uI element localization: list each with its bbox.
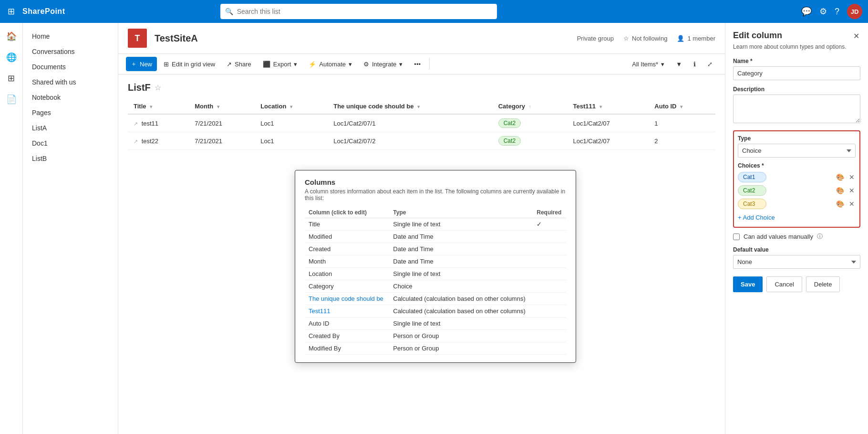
search-input[interactable]	[237, 8, 492, 15]
col-name-created[interactable]: Created	[305, 243, 389, 255]
col-type-modified: Date and Time	[389, 231, 533, 243]
col-name-title[interactable]: Title	[305, 218, 389, 231]
col-type-title: Single line of text	[389, 218, 533, 231]
automate-button[interactable]: ⚡ Automate ▾	[304, 58, 357, 71]
all-items-button[interactable]: All Items* ▾	[627, 58, 669, 71]
col-required-created-by	[533, 330, 566, 342]
col-name-month[interactable]: Month	[305, 255, 389, 268]
col-type-modified-by: Person or Group	[389, 342, 533, 355]
more-button[interactable]: •••	[409, 58, 425, 71]
columns-table: Column (click to edit) Type Required Tit…	[305, 207, 566, 355]
share-icon: ↗	[227, 61, 232, 68]
col-name-category[interactable]: Category	[305, 280, 389, 293]
row1-title[interactable]: ↗ test11	[128, 114, 189, 132]
col-type-created-by: Person or Group	[389, 330, 533, 342]
col-required-modified	[533, 231, 566, 243]
list-star-icon[interactable]: ☆	[155, 83, 161, 92]
sidebar-item-pages[interactable]: Pages	[23, 105, 118, 120]
rail-home-icon[interactable]: 🏠	[2, 27, 21, 46]
col-name-unique[interactable]: The unique code should be	[305, 293, 389, 305]
settings-icon[interactable]: ⚙	[819, 6, 827, 17]
can-add-checkbox[interactable]	[733, 233, 740, 240]
description-textarea[interactable]	[733, 95, 860, 123]
col-name-auto-id[interactable]: Auto ID	[305, 318, 389, 330]
col-unique-code[interactable]: The unique code should be ▾	[328, 99, 492, 114]
sidebar-item-doc1[interactable]: Doc1	[23, 136, 118, 151]
sort-unique-icon: ▾	[417, 104, 420, 109]
choice-cat1-color-btn[interactable]: 🎨	[835, 172, 845, 182]
private-group-label: Private group	[577, 35, 614, 42]
left-rail: 🏠 🌐 ⊞ 📄	[0, 23, 23, 434]
filter-button[interactable]: ▼	[671, 58, 687, 71]
list-item: Title Single line of text ✓	[305, 218, 566, 231]
type-section: Type Choice Single line of text Multiple…	[733, 130, 860, 228]
col-name-created-by[interactable]: Created By	[305, 330, 389, 342]
col-name-modified-by[interactable]: Modified By	[305, 342, 389, 355]
row1-auto-id: 1	[649, 114, 715, 132]
col-month[interactable]: Month ▾	[189, 99, 255, 114]
list-item: Modified Date and Time	[305, 231, 566, 243]
sidebar-item-conversations[interactable]: Conversations	[23, 44, 118, 59]
grid-icon: ⊞	[164, 61, 169, 68]
site-title: TestSiteA	[155, 33, 198, 44]
col-location[interactable]: Location ▾	[255, 99, 328, 114]
sidebar: Home Conversations Documents Shared with…	[23, 23, 118, 434]
choice-cat3-color-btn[interactable]: 🎨	[835, 199, 845, 209]
columns-popup-description: A column stores information about each i…	[305, 188, 566, 201]
all-items-chevron-icon: ▾	[661, 61, 664, 68]
col-type-auto-id: Single line of text	[389, 318, 533, 330]
col-title[interactable]: Title ▾	[128, 99, 189, 114]
default-value-select[interactable]: None Cat1 Cat2 Cat3	[733, 255, 860, 269]
edit-grid-button[interactable]: ⊞ Edit in grid view	[159, 58, 220, 71]
help-icon[interactable]: ?	[835, 7, 839, 17]
search-bar[interactable]: 🔍	[220, 4, 497, 19]
choice-cat1-remove-btn[interactable]: ✕	[848, 172, 856, 182]
new-button[interactable]: ＋ New	[126, 57, 157, 71]
save-button[interactable]: Save	[733, 276, 763, 292]
name-input[interactable]	[733, 66, 860, 80]
rail-grid-icon[interactable]: ⊞	[2, 69, 21, 88]
choice-cat2-remove-btn[interactable]: ✕	[848, 186, 856, 195]
choice-cat2-color-btn[interactable]: 🎨	[835, 186, 845, 195]
waffle-icon[interactable]: ⊞	[6, 4, 17, 19]
col-category[interactable]: Category ↑	[493, 99, 568, 114]
export-button[interactable]: ⬛ Export ▾	[258, 58, 302, 71]
info-button[interactable]: ℹ	[689, 58, 701, 71]
col-name-location[interactable]: Location	[305, 268, 389, 280]
type-select[interactable]: Choice Single line of text Multiple line…	[738, 144, 856, 158]
sidebar-item-shared[interactable]: Shared with us	[23, 74, 118, 90]
col-test111[interactable]: Test111 ▾	[567, 99, 649, 114]
sort-month-icon: ▾	[217, 104, 219, 109]
sidebar-item-lista[interactable]: ListA	[23, 120, 118, 136]
share-button[interactable]: ↗ Share	[222, 58, 256, 71]
row2-test111: Loc1/Cat2/07	[567, 132, 649, 150]
col-name-test111[interactable]: Test111	[305, 305, 389, 318]
row2-title[interactable]: ↗ test22	[128, 132, 189, 150]
col-required-created	[533, 243, 566, 255]
sidebar-item-home[interactable]: Home	[23, 29, 118, 44]
delete-button[interactable]: Delete	[806, 276, 840, 292]
members-label: 👤 1 member	[677, 35, 715, 42]
cancel-button[interactable]: Cancel	[766, 276, 802, 292]
chat-icon[interactable]: 💬	[801, 6, 812, 17]
add-choice-button[interactable]: + Add Choice	[738, 212, 775, 223]
col-type-month: Date and Time	[389, 255, 533, 268]
integrate-button[interactable]: ⚙ Integrate ▾	[359, 58, 407, 71]
rail-doc-icon[interactable]: 📄	[2, 90, 21, 109]
rail-globe-icon[interactable]: 🌐	[2, 48, 21, 67]
edit-panel-subtitle: Learn more about column types and option…	[733, 43, 860, 50]
avatar[interactable]: JD	[847, 4, 862, 19]
expand-button[interactable]: ⤢	[703, 58, 717, 71]
col-auto-id[interactable]: Auto ID ▾	[649, 99, 715, 114]
col-name-modified[interactable]: Modified	[305, 231, 389, 243]
col-required-title: ✓	[533, 218, 566, 231]
sidebar-item-documents[interactable]: Documents	[23, 59, 118, 74]
sidebar-item-notebook[interactable]: Notebook	[23, 90, 118, 105]
col-type-test111: Calculated (calculation based on other c…	[389, 305, 533, 318]
col-type-created: Date and Time	[389, 243, 533, 255]
description-label: Description	[733, 86, 860, 93]
close-button[interactable]: ✕	[852, 31, 860, 42]
choice-cat3-remove-btn[interactable]: ✕	[848, 199, 856, 209]
not-following-label[interactable]: ☆ Not following	[623, 35, 667, 42]
sidebar-item-listb[interactable]: ListB	[23, 151, 118, 166]
